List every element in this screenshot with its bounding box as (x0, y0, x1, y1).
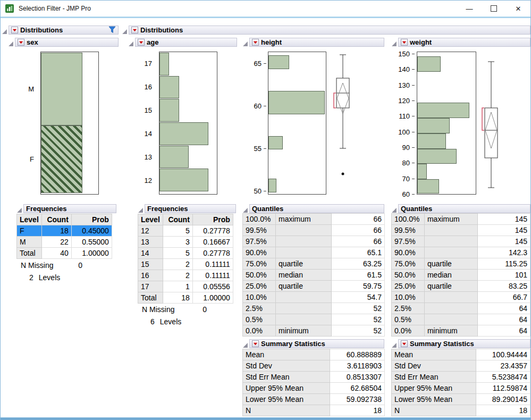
maximize-button[interactable] (482, 1, 506, 16)
cell[interactable]: 89.290145 (476, 394, 530, 405)
cell[interactable]: Mean (243, 349, 330, 360)
cell[interactable] (276, 236, 332, 247)
disclosure-triangle-icon[interactable] (242, 39, 248, 45)
table-row[interactable]: 99.5%66 (243, 225, 385, 236)
cell[interactable]: 83.25 (477, 281, 530, 292)
table-row[interactable]: Std Err Mean0.8513307 (243, 372, 385, 383)
table-row[interactable]: Mean60.888889 (243, 349, 385, 360)
cell[interactable]: 66 (332, 236, 385, 247)
cell[interactable]: 0.11111 (192, 270, 233, 281)
cell[interactable]: Mean (392, 349, 476, 360)
cell[interactable]: 99.5% (243, 225, 276, 236)
histogram-bar[interactable] (417, 179, 439, 194)
red-triangle-menu-icon[interactable] (401, 39, 408, 46)
histogram-bar[interactable] (159, 169, 208, 191)
cell[interactable]: F (17, 225, 42, 237)
weight-box-plot[interactable] (477, 52, 507, 195)
cell[interactable]: 0.27778 (192, 225, 233, 237)
cell[interactable]: 145 (477, 236, 530, 247)
cell[interactable]: 97.5% (243, 236, 276, 247)
histogram-bar[interactable] (268, 136, 283, 150)
table-row[interactable]: Total181.00000 (138, 292, 233, 304)
cell[interactable]: M (17, 237, 42, 248)
cell[interactable]: 13 (138, 237, 163, 248)
table-row[interactable]: 90.0%65.1 (243, 247, 385, 258)
histogram-bar[interactable] (417, 133, 446, 149)
table-row[interactable]: 97.5%66 (243, 236, 385, 247)
cell[interactable]: 12 (138, 225, 163, 237)
weight-quantiles-table[interactable]: 100.0%maximum14599.5%14597.5%14590.0%142… (391, 213, 530, 337)
sex-histogram[interactable] (40, 52, 99, 195)
cell[interactable]: 40 (41, 248, 71, 259)
cell[interactable] (424, 303, 477, 314)
cell[interactable]: 100.94444 (476, 349, 530, 360)
cell[interactable]: 142.3 (477, 247, 530, 258)
table-row[interactable]: N18 (392, 405, 530, 416)
disclosure-triangle-icon[interactable] (391, 341, 397, 347)
cell[interactable]: Std Err Mean (243, 372, 330, 383)
table-row[interactable]: Lower 95% Mean89.290145 (392, 394, 530, 405)
cell[interactable]: 17 (138, 281, 163, 292)
table-row[interactable]: Std Dev23.4357 (392, 360, 530, 372)
table-row[interactable]: Total401.00000 (17, 248, 112, 259)
red-triangle-menu-icon[interactable] (252, 39, 259, 46)
histogram-bar[interactable] (417, 164, 427, 179)
table-row[interactable]: 90.0%142.3 (392, 247, 530, 258)
cell[interactable]: 115.25 (477, 258, 530, 270)
cell[interactable] (276, 292, 332, 303)
histogram-bar[interactable] (41, 125, 82, 193)
cell[interactable]: median (276, 270, 332, 281)
cell[interactable] (276, 303, 332, 314)
disclosure-triangle-icon[interactable] (8, 39, 14, 45)
cell[interactable]: Std Dev (243, 360, 330, 372)
cell[interactable]: 2 (163, 259, 192, 270)
table-row[interactable]: Std Err Mean5.5238474 (392, 372, 530, 383)
cell[interactable]: 1.00000 (71, 248, 112, 259)
cell[interactable]: 2 (163, 270, 192, 281)
disclosure-triangle-icon[interactable] (242, 341, 248, 347)
table-row[interactable]: 25.0%quartile59.75 (243, 281, 385, 292)
close-button[interactable]: ✕ (506, 1, 530, 16)
histogram-bar[interactable] (268, 55, 289, 69)
cell[interactable]: quartile (276, 258, 332, 270)
cell[interactable]: 101 (477, 270, 530, 281)
table-row[interactable]: 50.0%median101 (392, 270, 530, 281)
table-row[interactable]: Lower 95% Mean59.092738 (243, 394, 385, 405)
table-row[interactable]: 0.0%minimum52 (243, 325, 385, 337)
cell[interactable] (424, 225, 477, 236)
height-histogram[interactable] (268, 52, 326, 195)
cell[interactable]: N (392, 405, 476, 416)
cell[interactable]: 52 (332, 325, 385, 337)
cell[interactable]: 22 (41, 237, 71, 248)
cell[interactable]: 100.0% (392, 214, 425, 225)
disclosure-triangle-icon[interactable] (128, 39, 134, 45)
table-row[interactable]: 1710.05556 (138, 281, 233, 292)
cell[interactable]: 65.1 (332, 247, 385, 258)
cell[interactable]: Std Err Mean (392, 372, 476, 383)
red-triangle-menu-icon[interactable] (138, 39, 145, 46)
table-row[interactable]: 0.5%52 (243, 314, 385, 325)
table-row[interactable]: 2.5%52 (243, 303, 385, 314)
disclosure-triangle-icon[interactable] (391, 39, 397, 45)
cell[interactable]: 23.4357 (476, 360, 530, 372)
cell[interactable]: 0.5% (243, 314, 276, 325)
cell[interactable]: 2.5% (392, 303, 425, 314)
histogram-bar[interactable] (268, 179, 276, 192)
cell[interactable]: 0.45000 (71, 225, 112, 237)
disclosure-triangle-icon[interactable] (242, 206, 248, 212)
table-row[interactable]: 2.5%64 (392, 303, 530, 314)
cell[interactable]: 5.5238474 (476, 372, 530, 383)
cell[interactable]: Upper 95% Mean (392, 383, 476, 394)
disclosure-triangle-icon[interactable] (2, 27, 7, 33)
cell[interactable]: 25.0% (243, 281, 276, 292)
cell[interactable]: minimum (276, 325, 332, 337)
table-row[interactable]: Upper 95% Mean62.68504 (243, 383, 385, 394)
height-quantiles-table[interactable]: 100.0%maximum6699.5%6697.5%6690.0%65.175… (242, 213, 385, 337)
cell[interactable]: median (424, 270, 477, 281)
cell[interactable]: quartile (424, 258, 477, 270)
filter-icon[interactable] (108, 26, 116, 33)
cell[interactable]: 75.0% (392, 258, 425, 270)
cell[interactable]: 0.11111 (192, 259, 233, 270)
cell[interactable]: 15 (138, 259, 163, 270)
cell[interactable]: 64 (477, 303, 530, 314)
